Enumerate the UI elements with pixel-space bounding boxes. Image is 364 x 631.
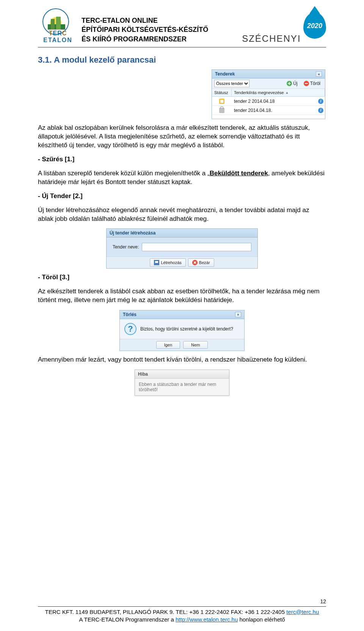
delete-dialog-title: Törlés bbox=[123, 312, 136, 317]
new-tender-button[interactable]: Új bbox=[284, 80, 300, 87]
delete-dialog-buttons: Igen Nem bbox=[120, 339, 244, 351]
szechenyi-badge: SZÉCHENYI 2020 bbox=[224, 8, 326, 44]
intro-paragraph: Az ablak bal oszlopában kerülnek felsoro… bbox=[38, 124, 326, 150]
ujtender-paragraph: Új tender létrehozásához elegendő annak … bbox=[38, 206, 326, 223]
tender-name-input[interactable] bbox=[142, 243, 251, 251]
footer-url-link[interactable]: http://www.etalon.terc.hu bbox=[176, 616, 238, 623]
error-box-title: Hiba bbox=[135, 370, 229, 379]
ujtender-heading: - Új Tender [2.] bbox=[38, 192, 326, 201]
new-tender-button-bar: Létrehozás Bezár bbox=[107, 256, 257, 268]
logo-letter-t: T bbox=[49, 30, 53, 36]
page-number: 12 bbox=[320, 598, 326, 604]
delete-dialog-titlebar: Törlés × bbox=[120, 310, 244, 319]
new-tender-dialog-titlebar: Új tender létrehozása bbox=[107, 229, 257, 238]
close-icon bbox=[192, 260, 198, 265]
status-open-icon bbox=[219, 99, 224, 104]
tender-name-cell: tender 2 2014.04.18 bbox=[232, 97, 316, 105]
page-footer: TERC KFT. 1149 BUDAPEST, PILLANGÓ PARK 9… bbox=[38, 606, 326, 624]
tenderek-panel-title: Tenderek bbox=[215, 71, 235, 77]
tender-grid-header: Státusz Tenderkiírás megnevezése ▲ bbox=[212, 89, 325, 97]
table-row[interactable]: tender 2014.04.18. i bbox=[212, 106, 325, 115]
new-tender-dialog: Új tender létrehozása Tender neve: Létre… bbox=[106, 228, 258, 269]
no-button[interactable]: Nem bbox=[183, 341, 208, 349]
szures-text-a: A listában szereplő tenderek közül külön… bbox=[38, 170, 210, 177]
szures-bold: Beküldött tenderek bbox=[210, 170, 268, 177]
logo-letters-er: ER bbox=[53, 30, 62, 36]
yes-button[interactable]: Igen bbox=[156, 341, 180, 349]
delete-button-label: Töröl bbox=[310, 81, 320, 86]
szures-paragraph: A listában szereplő tenderek közül külön… bbox=[38, 169, 326, 187]
tenderek-toolbar: Összes tender Új Töröl bbox=[212, 79, 325, 89]
delete-dialog-message: Biztos, hogy törölni szeretné a kijelölt… bbox=[140, 326, 233, 332]
question-icon: ? bbox=[124, 323, 136, 335]
new-button-label: Új bbox=[293, 81, 297, 86]
tenderek-panel: Tenderek « Összes tender Új Töröl Státus… bbox=[212, 69, 325, 119]
torol-heading: - Töröl [3.] bbox=[38, 273, 326, 282]
footer-line2-prefix: A TERC-ETALON Programrendszer a bbox=[79, 616, 176, 623]
new-tender-form-row: Tender neve: bbox=[107, 238, 257, 256]
panel-collapse-button[interactable]: « bbox=[316, 71, 322, 77]
footer-address: TERC KFT. 1149 BUDAPEST, PILLANGÓ PARK 9… bbox=[45, 609, 286, 615]
header-line2: ÉPÍTŐIPARI KÖLTSÉGVETÉS-KÉSZÍTŐ bbox=[82, 26, 208, 33]
close-button-label: Bezár bbox=[199, 260, 210, 265]
error-box: Hiba Ebben a státuszban a tender már nem… bbox=[135, 370, 229, 396]
close-button[interactable]: Bezár bbox=[188, 258, 214, 267]
info-icon[interactable]: i bbox=[318, 108, 323, 113]
delete-dialog-body: ? Biztos, hogy törölni szeretné a kijelö… bbox=[120, 319, 244, 339]
dialog-close-button[interactable]: × bbox=[235, 312, 241, 317]
info-icon[interactable]: i bbox=[318, 99, 323, 104]
footer-email-link[interactable]: terc@terc.hu bbox=[286, 609, 319, 615]
save-icon bbox=[154, 260, 159, 265]
delete-confirm-dialog: Törlés × ? Biztos, hogy törölni szeretné… bbox=[119, 310, 245, 351]
col-name-label: Tenderkiírás megnevezése bbox=[234, 90, 284, 95]
table-row[interactable]: tender 2 2014.04.18 i bbox=[212, 97, 325, 106]
logo-etalon-text: ETALON bbox=[43, 37, 72, 43]
col-status[interactable]: Státusz bbox=[212, 89, 232, 96]
tenderek-panel-titlebar: Tenderek « bbox=[212, 70, 325, 79]
szechenyi-drop-icon: 2020 bbox=[303, 12, 326, 39]
plus-icon bbox=[287, 81, 292, 86]
after-delete-paragraph: Amennyiben már lezárt, vagy bontott tend… bbox=[38, 356, 326, 364]
tender-name-label: Tender neve: bbox=[113, 244, 139, 250]
sort-asc-icon: ▲ bbox=[285, 91, 289, 94]
terc-logo: TERC ETALON bbox=[38, 8, 78, 44]
status-locked-icon bbox=[219, 108, 224, 113]
error-box-message: Ebben a státuszban a tender már nem törö… bbox=[135, 379, 229, 395]
delete-tender-button[interactable]: Töröl bbox=[301, 80, 323, 87]
create-button[interactable]: Létrehozás bbox=[150, 258, 185, 267]
header-title-block: TERC-ETALON ONLINE ÉPÍTŐIPARI KÖLTSÉGVET… bbox=[82, 8, 220, 44]
header-line1: TERC-ETALON ONLINE bbox=[82, 17, 158, 24]
szures-heading: - Szűrés [1.] bbox=[38, 155, 326, 164]
minus-icon bbox=[304, 81, 309, 86]
tender-filter-select[interactable]: Összes tender bbox=[214, 80, 249, 87]
tender-name-cell: tender 2014.04.18. bbox=[232, 106, 316, 115]
torol-paragraph: Az elkészített tenderek a listából csak … bbox=[38, 287, 326, 305]
szechenyi-text: SZÉCHENYI bbox=[242, 33, 301, 44]
col-name[interactable]: Tenderkiírás megnevezése ▲ bbox=[232, 89, 325, 96]
logo-letter-c: C bbox=[62, 30, 67, 36]
new-tender-dialog-title: Új tender létrehozása bbox=[110, 230, 155, 236]
szechenyi-year: 2020 bbox=[303, 22, 326, 30]
footer-line2-suffix: honlapon elérhető bbox=[238, 616, 285, 623]
page-header: TERC ETALON TERC-ETALON ONLINE ÉPÍTŐIPAR… bbox=[38, 8, 326, 47]
create-button-label: Létrehozás bbox=[161, 260, 181, 265]
header-line3: ÉS KIÍRÓ PROGRAMRENDSZER bbox=[82, 35, 187, 43]
section-heading: 3.1. A modul kezelő parancsai bbox=[38, 55, 326, 65]
